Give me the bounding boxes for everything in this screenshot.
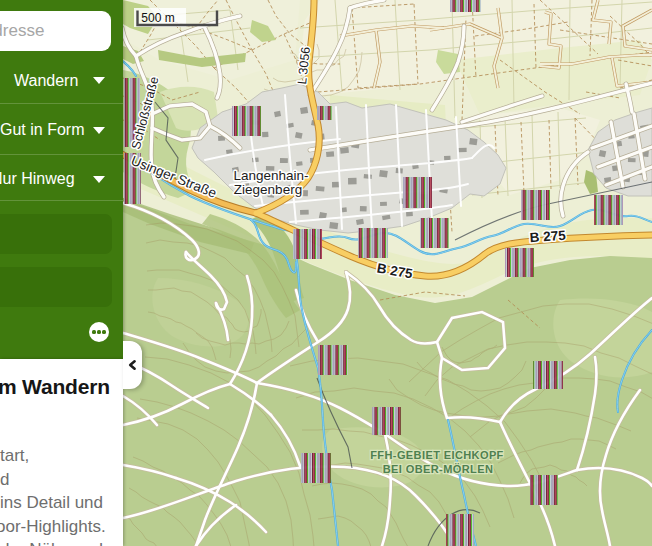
glitch-marker (301, 453, 331, 483)
glitch-marker (318, 345, 348, 375)
sidebar-collapse-button[interactable] (123, 341, 142, 389)
glitch-marker (420, 218, 449, 248)
label-town-2: Ziegenberg (234, 182, 302, 197)
fitness-select[interactable]: Gut in Form (0, 106, 123, 154)
label-ffh-1: FFH-GEBIET EICHKOPF (370, 449, 504, 461)
activity-select[interactable]: Wandern (0, 58, 123, 103)
glitch-marker (505, 248, 534, 277)
planner-action-button-1[interactable] (0, 214, 112, 254)
divider (0, 154, 123, 155)
ellipsis-icon (97, 330, 100, 333)
divider (0, 200, 123, 201)
glitch-marker (358, 228, 388, 258)
ellipsis-icon (102, 330, 105, 333)
direction-label: Nur Hinweg (0, 170, 75, 188)
glitch-marker (403, 177, 432, 208)
chevron-down-icon (93, 176, 105, 183)
sidebar-planner: Wandern Gut in Form Nur Hinweg (0, 0, 123, 359)
panel-description: tart, d ins Detail und oor-Highlights. d… (0, 444, 106, 546)
chevron-down-icon (93, 77, 105, 84)
activity-label: Wandern (14, 72, 78, 90)
scale-label: 500 m (141, 11, 174, 25)
label-ffh-2: BEI OBER-MÖRLEN (383, 463, 494, 475)
direction-select[interactable]: Nur Hinweg (0, 158, 123, 200)
label-b275-b: B 275 (529, 228, 566, 246)
glitch-marker (446, 514, 474, 546)
label-town-1: Langenhain- (233, 168, 308, 183)
glitch-marker (533, 361, 563, 389)
glitch-marker (594, 195, 623, 225)
chevron-down-icon (93, 127, 105, 134)
panel-heading: m Wandern (0, 375, 110, 399)
planner-action-button-2[interactable] (0, 267, 112, 307)
address-input[interactable] (0, 11, 111, 51)
glitch-marker (232, 106, 261, 136)
glitch-marker (372, 407, 401, 435)
fitness-label: Gut in Form (0, 121, 84, 139)
more-options-button[interactable] (89, 322, 109, 342)
glitch-marker (450, 0, 481, 12)
chevron-left-icon (126, 355, 139, 375)
glitch-marker (317, 106, 332, 120)
divider (0, 103, 123, 104)
app: Schloßstraße Usinger Straße L 3056 Lange… (0, 0, 652, 546)
glitch-marker (521, 190, 550, 220)
glitch-marker (293, 229, 322, 259)
ellipsis-icon (92, 330, 95, 333)
glitch-marker (530, 475, 558, 505)
